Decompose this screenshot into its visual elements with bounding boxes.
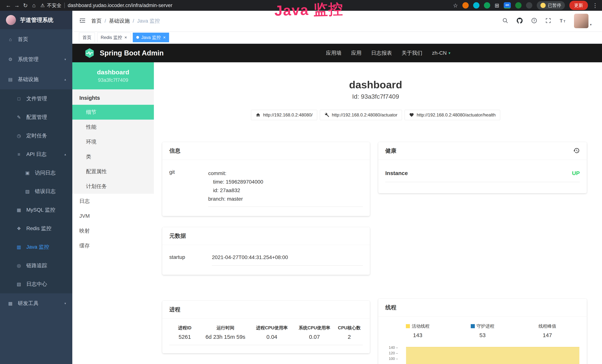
sidebar-item-mysql-monitor[interactable]: ▦ MySQL 监控: [0, 201, 72, 219]
tab-home[interactable]: 首页: [79, 33, 95, 42]
nav-journal[interactable]: 日志报表: [371, 50, 392, 57]
extension-icon-3[interactable]: [484, 2, 490, 9]
health-url-link[interactable]: http://192.168.0.2:48080/actuator/health: [405, 110, 500, 120]
sidebar-item-log-center[interactable]: ▧ 日志中心: [0, 275, 72, 293]
y-axis-tick: 120: [385, 351, 398, 355]
sidebar-item-scheduled-tasks[interactable]: ◷ 定时任务: [0, 127, 72, 145]
sidebar-item-file-management[interactable]: □ 文件管理: [0, 89, 72, 108]
menu-item-environment[interactable]: 环境: [72, 134, 154, 149]
sidebar-item-api-logs[interactable]: ≡ API 日志 ▴: [0, 145, 72, 163]
reload-icon[interactable]: ↻: [21, 2, 30, 9]
back-icon[interactable]: ←: [4, 2, 13, 9]
sidebar-item-dev-tools[interactable]: ▩ 研发工具 ▾: [0, 293, 72, 313]
metadata-key: startup: [169, 254, 212, 266]
extension-icon-2[interactable]: [473, 2, 479, 9]
sidebar-item-error-logs[interactable]: ▨ 错误日志: [0, 182, 72, 201]
github-icon[interactable]: [516, 17, 523, 25]
collapse-sidebar-icon[interactable]: [79, 17, 86, 25]
live-threads-area: [406, 347, 579, 364]
fullscreen-icon[interactable]: [545, 17, 551, 24]
sidebar-item-java-monitor[interactable]: ▥ Java 监控: [0, 238, 72, 256]
menu-item-mappings[interactable]: 映射: [72, 224, 154, 238]
access-log-icon: ▣: [24, 170, 30, 176]
bookmark-star-icon[interactable]: ☆: [453, 2, 458, 9]
menu-item-metrics[interactable]: 性能: [72, 120, 154, 134]
sidebar-logo: 芋道管理系统: [0, 11, 72, 29]
sidebar-item-home[interactable]: ⌂ 首页: [0, 29, 72, 49]
menu-item-caches[interactable]: 缓存: [72, 238, 154, 253]
live-threads-value: 143: [385, 332, 450, 338]
breadcrumb: 首页 / 基础设施 / Java 监控: [91, 17, 160, 24]
cpu-cores: 2: [336, 334, 363, 345]
chrome-update-button[interactable]: 更新: [569, 1, 588, 10]
page-subtitle: Id: 93a3fc7f7409: [162, 93, 589, 100]
menu-item-jvm[interactable]: JVM: [72, 209, 154, 224]
service-url-link[interactable]: http://192.168.0.2:48080/: [251, 110, 317, 120]
java-monitor-icon: ▥: [16, 244, 22, 250]
active-dot: [136, 36, 139, 39]
search-icon[interactable]: [502, 17, 508, 24]
breadcrumb-infrastructure[interactable]: 基础设施: [109, 17, 130, 24]
tab-java-monitor[interactable]: Java 监控 ×: [133, 33, 169, 42]
home-icon[interactable]: ⌂: [30, 2, 38, 9]
menu-item-classes[interactable]: 类: [72, 149, 154, 164]
help-icon[interactable]: ?: [531, 17, 537, 24]
nav-applications[interactable]: 应用: [351, 50, 362, 57]
sidebar-item-redis-monitor[interactable]: ❖ Redis 监控: [0, 219, 72, 238]
info-card-title: 信息: [169, 147, 180, 155]
svg-text:T: T: [560, 18, 563, 23]
menu-item-details[interactable]: 细节: [72, 105, 154, 120]
edit-icon: ✎: [16, 115, 22, 120]
browser-menu-icon[interactable]: ⋮: [592, 2, 598, 9]
instance-id: 93a3fc7f7409: [98, 77, 128, 83]
menu-item-logs[interactable]: 日志: [72, 194, 154, 209]
info-card: 信息 git commit: time: 1596289704000 id: 2…: [162, 142, 370, 216]
info-value: commit: time: 1596289704000 id: 27aa832 …: [208, 169, 363, 207]
extension-icon-4[interactable]: [526, 2, 532, 9]
forward-icon[interactable]: →: [13, 2, 21, 9]
health-row[interactable]: Instance UP: [385, 170, 580, 182]
browser-right-cluster: ☆ ⊞ on 已暂停 更新 ⋮: [453, 1, 598, 10]
sidebar-item-config-management[interactable]: ✎ 配置管理: [0, 108, 72, 127]
clock-icon: ◷: [16, 133, 22, 139]
font-size-icon[interactable]: TT: [559, 17, 566, 25]
extension-on-icon[interactable]: on: [504, 2, 511, 9]
security-indicator[interactable]: ⚠ 不安全: [40, 2, 61, 9]
close-icon[interactable]: ×: [163, 35, 166, 40]
nav-wallboard[interactable]: 应用墙: [326, 50, 342, 57]
process-uptime: 6d 23h 15m 59s: [200, 334, 250, 345]
sidebar-item-infrastructure[interactable]: ▤ 基础设施 ▴: [0, 69, 72, 89]
breadcrumb-home[interactable]: 首页: [91, 17, 102, 24]
admin-sidebar: 芋道管理系统 ⌂ 首页 ⚙ 系统管理 ▾ ▤ 基础设施 ▴ □: [0, 11, 72, 364]
process-pid: 5261: [169, 334, 200, 345]
warning-icon: ⚠: [40, 3, 45, 8]
language-selector[interactable]: zh-CN ▾: [432, 50, 450, 56]
menu-item-config-props[interactable]: 配置属性: [72, 164, 154, 179]
user-menu[interactable]: ▾: [574, 14, 592, 28]
metadata-card-title: 元数据: [169, 232, 186, 240]
tab-redis-monitor[interactable]: Redis 监控 ×: [97, 33, 130, 42]
history-icon[interactable]: [573, 147, 580, 155]
sidebar-item-access-logs[interactable]: ▣ 访问日志: [0, 163, 72, 182]
extension-leaf-icon[interactable]: [515, 2, 522, 9]
process-card: 进程 进程ID 运行时间 进程CPU使用率: [162, 301, 370, 353]
threads-chart: 140 120 100: [385, 344, 580, 364]
spring-boot-admin-frame: Spring Boot Admin 应用墙 应用 日志报表 关于我们 zh-CN…: [72, 44, 602, 364]
error-log-icon: ▨: [24, 189, 30, 194]
menu-item-scheduled-tasks[interactable]: 计划任务: [72, 179, 154, 194]
sidebar-item-tracing[interactable]: ◎ 链路追踪: [0, 256, 72, 275]
sba-navbar: Spring Boot Admin 应用墙 应用 日志报表 关于我们 zh-CN…: [72, 44, 602, 62]
close-icon[interactable]: ×: [124, 35, 127, 40]
profile-chip[interactable]: 已暂停: [537, 1, 565, 10]
annotation-java-monitor: Java 监控: [274, 0, 344, 21]
sidebar-item-system-management[interactable]: ⚙ 系统管理 ▾: [0, 49, 72, 69]
address-bar[interactable]: dashboard.yudao.iocoder.cn/infra/admin-s…: [68, 3, 172, 8]
nav-about[interactable]: 关于我们: [402, 50, 422, 57]
extensions-grid-icon[interactable]: ⊞: [495, 2, 499, 9]
svg-text:?: ?: [533, 19, 535, 22]
log-center-icon: ▧: [16, 281, 22, 287]
extension-icon-1[interactable]: [462, 2, 469, 9]
actuator-url-link[interactable]: http://192.168.0.2:48080/actuator: [320, 110, 402, 120]
sba-brand[interactable]: Spring Boot Admin: [84, 48, 164, 58]
heart-icon: [409, 113, 414, 117]
